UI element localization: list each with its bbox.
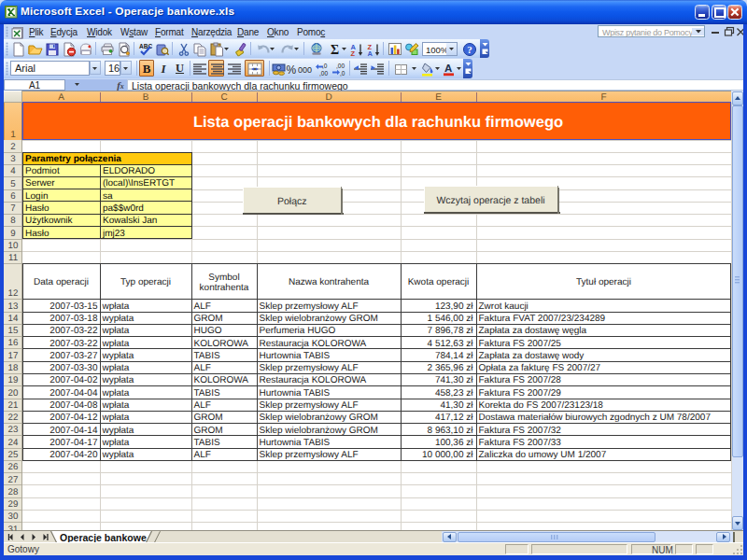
svg-text:Tytuł operacji: Tytuł operacji: [576, 277, 631, 287]
svg-text:Nazwa kontrahenta: Nazwa kontrahenta: [289, 277, 370, 287]
svg-text:123,90 zł: 123,90 zł: [435, 301, 473, 312]
svg-text:ALF: ALF: [194, 363, 211, 373]
svg-text:Perfumeria HUGO: Perfumeria HUGO: [260, 326, 336, 336]
svg-text:Login: Login: [25, 191, 48, 202]
svg-text:2007-03-15: 2007-03-15: [49, 301, 98, 312]
svg-text:21: 21: [8, 400, 19, 411]
svg-text:Wczytaj operacje z tabeli: Wczytaj operacje z tabeli: [436, 195, 544, 206]
svg-text:Zaliczka do umowy UM 1/2007: Zaliczka do umowy UM 1/2007: [479, 450, 607, 460]
svg-text:Sklep przemysłowy ALF: Sklep przemysłowy ALF: [260, 400, 359, 411]
svg-text:13: 13: [8, 301, 19, 312]
svg-text:Restauracja KOLOROWA: Restauracja KOLOROWA: [260, 375, 367, 385]
svg-text:Opłata za fakturę FS 2007/27: Opłata za fakturę FS 2007/27: [479, 363, 601, 373]
svg-text:wpłata: wpłata: [102, 413, 130, 423]
svg-text:(local)\InsERTGT: (local)\InsERTGT: [103, 178, 175, 189]
svg-text:Faktura FS 2007/25: Faktura FS 2007/25: [479, 339, 562, 349]
svg-text:2007-04-20: 2007-04-20: [49, 450, 98, 460]
svg-text:10 000,00 zł: 10 000,00 zł: [422, 450, 473, 460]
svg-text:Faktura FS 2007/33: Faktura FS 2007/33: [479, 438, 562, 448]
svg-text:2007-04-12: 2007-04-12: [49, 413, 98, 423]
svg-text:wpłata: wpłata: [102, 438, 130, 448]
svg-text:2007-03-18: 2007-03-18: [49, 314, 98, 324]
svg-text:17: 17: [8, 351, 19, 361]
svg-text:Użytkownik: Użytkownik: [25, 216, 74, 226]
svg-text:D: D: [325, 92, 331, 103]
svg-text:Hasło: Hasło: [25, 229, 49, 239]
svg-text:23: 23: [8, 425, 19, 435]
svg-text:2007-04-17: 2007-04-17: [49, 438, 98, 448]
svg-text:3: 3: [10, 154, 15, 164]
svg-text:wpłata: wpłata: [102, 339, 130, 349]
svg-text:27: 27: [8, 475, 19, 485]
svg-text:1 546,00 zł: 1 546,00 zł: [428, 314, 474, 324]
svg-text:741,30 zł: 741,30 zł: [435, 375, 473, 385]
svg-text:pa$$w0rd: pa$$w0rd: [103, 203, 144, 214]
svg-text:458,23 zł: 458,23 zł: [435, 388, 473, 399]
svg-text:24: 24: [8, 438, 19, 448]
svg-text:TABIS: TABIS: [194, 351, 220, 361]
svg-text:8: 8: [10, 216, 15, 226]
svg-text:10: 10: [8, 241, 19, 251]
svg-text:GROM: GROM: [194, 314, 223, 324]
svg-text:ALF: ALF: [194, 400, 211, 411]
svg-text:Faktura FS 2007/28: Faktura FS 2007/28: [479, 375, 562, 385]
svg-text:26: 26: [8, 462, 19, 472]
svg-text:20: 20: [8, 388, 19, 399]
svg-text:Kwota operacji: Kwota operacji: [408, 277, 470, 287]
svg-text:1: 1: [10, 130, 16, 140]
svg-text:15: 15: [8, 326, 19, 336]
svg-text:Faktura FS 2007/32: Faktura FS 2007/32: [479, 426, 562, 436]
svg-text:Faktura FVAT 2007/23/234289: Faktura FVAT 2007/23/234289: [479, 314, 606, 324]
svg-text:2007-04-02: 2007-04-02: [49, 375, 98, 385]
svg-text:Sklep przemysłowy ALF: Sklep przemysłowy ALF: [260, 450, 359, 460]
svg-text:KOLOROWA: KOLOROWA: [194, 339, 249, 349]
svg-text:GROM: GROM: [194, 426, 223, 436]
svg-text:Zwrot kaucji: Zwrot kaucji: [479, 301, 529, 312]
svg-text:Sklep przemysłowy ALF: Sklep przemysłowy ALF: [260, 363, 359, 373]
svg-text:7: 7: [10, 203, 15, 214]
svg-text:25: 25: [8, 450, 19, 460]
svg-text:ALF: ALF: [194, 450, 211, 460]
svg-text:Faktura FS 2007/29: Faktura FS 2007/29: [479, 388, 562, 399]
svg-text:Hurtownia TABIS: Hurtownia TABIS: [260, 388, 331, 399]
svg-text:Korekta do FS 2007/23123/18: Korekta do FS 2007/23123/18: [479, 400, 604, 411]
svg-text:2007-03-27: 2007-03-27: [49, 351, 98, 361]
svg-text:HUGO: HUGO: [194, 326, 222, 336]
svg-text:7 896,78 zł: 7 896,78 zł: [428, 326, 474, 336]
svg-text:100,36 zł: 100,36 zł: [435, 438, 473, 448]
svg-text:wpłata: wpłata: [102, 400, 130, 411]
svg-text:Serwer: Serwer: [25, 178, 55, 189]
svg-text:wypłata: wypłata: [102, 450, 134, 460]
svg-text:Hasło: Hasło: [25, 203, 49, 214]
svg-text:2007-04-14: 2007-04-14: [49, 426, 98, 436]
svg-text:Podmiot: Podmiot: [25, 166, 60, 176]
svg-text:41,30 zł: 41,30 zł: [440, 400, 473, 411]
svg-text:4: 4: [10, 166, 16, 176]
svg-text:GROM: GROM: [194, 413, 223, 423]
svg-text:Hurtownia TABIS: Hurtownia TABIS: [260, 351, 331, 361]
svg-text:Dostawa materiałów biurowych z: Dostawa materiałów biurowych zgodnych z …: [479, 413, 712, 423]
svg-text:2007-03-22: 2007-03-22: [49, 326, 98, 336]
svg-text:Sklep wielobranżowy GROM: Sklep wielobranżowy GROM: [260, 413, 378, 423]
svg-text:wpłata: wpłata: [102, 388, 130, 399]
svg-text:Restauracja KOLOROWA: Restauracja KOLOROWA: [260, 339, 367, 349]
svg-text:KOLOROWA: KOLOROWA: [194, 375, 249, 385]
svg-text:2: 2: [10, 142, 15, 152]
svg-text:wypłata: wypłata: [102, 375, 134, 385]
svg-text:Kowalski Jan: Kowalski Jan: [103, 216, 157, 226]
svg-text:417,12 zł: 417,12 zł: [435, 413, 473, 423]
svg-text:16: 16: [8, 338, 19, 348]
svg-text:ELDORADO: ELDORADO: [103, 166, 155, 176]
svg-text:4 512,63 zł: 4 512,63 zł: [428, 339, 474, 349]
svg-text:29: 29: [8, 499, 19, 510]
svg-text:Zapłata za dostawę węgla: Zapłata za dostawę węgla: [479, 326, 587, 336]
svg-text:784,14 zł: 784,14 zł: [435, 351, 473, 361]
svg-text:Sklep wielobranżowy GROM: Sklep wielobranżowy GROM: [260, 426, 378, 436]
svg-text:Sklep przemysłowy ALF: Sklep przemysłowy ALF: [260, 301, 359, 312]
svg-text:wypłata: wypłata: [102, 314, 134, 324]
svg-text:wpłata: wpłata: [102, 363, 130, 373]
svg-text:A: A: [58, 92, 64, 103]
svg-text:18: 18: [8, 363, 19, 373]
svg-text:11: 11: [8, 253, 18, 263]
svg-text:sa: sa: [103, 191, 113, 202]
